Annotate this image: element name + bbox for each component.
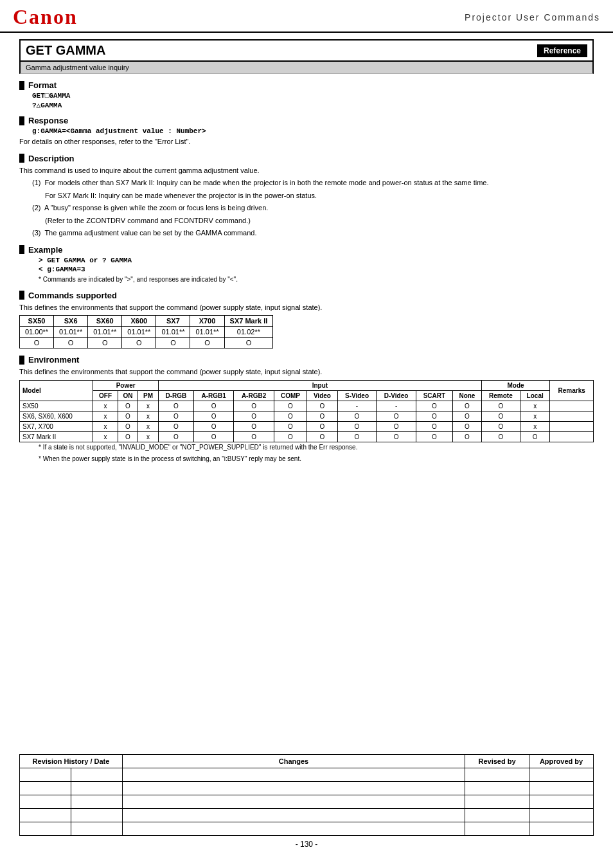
env-input-col: A-RGB2 bbox=[234, 390, 274, 401]
response-heading: Response bbox=[19, 116, 594, 125]
commands-supported-section: Commands supported This defines the envi… bbox=[19, 291, 594, 349]
revision-changes-cell bbox=[123, 782, 465, 795]
env-mode-cell: O bbox=[520, 431, 550, 442]
env-input-cell: O bbox=[307, 401, 338, 411]
desc-item-1: (1) For models other than SX7 Mark II: I… bbox=[32, 177, 594, 188]
env-input-cell: O bbox=[453, 401, 482, 411]
page-header: Canon Projector User Commands bbox=[0, 0, 613, 33]
revision-approved-cell bbox=[529, 795, 594, 809]
env-input-cell: O bbox=[234, 431, 274, 442]
format-heading: Format bbox=[19, 80, 594, 90]
env-power-cell: x bbox=[138, 411, 159, 421]
env-input-cell: O bbox=[337, 431, 377, 442]
env-input-cell: O bbox=[377, 431, 416, 442]
canon-logo: Canon bbox=[13, 5, 78, 29]
title-bar: GET GAMMA Reference bbox=[19, 39, 594, 62]
desc-item-3-text: The gamma adjustment value can be set by… bbox=[44, 229, 256, 237]
cmd-supported: O bbox=[156, 338, 190, 348]
env-input-col: Video bbox=[307, 390, 338, 401]
response-code: g:GAMMA=<Gamma adjustment value : Number… bbox=[32, 127, 594, 135]
env-input-cell: O bbox=[158, 431, 193, 442]
revision-revised-cell bbox=[465, 809, 529, 822]
reference-badge: Reference bbox=[537, 44, 587, 57]
cmd-header: X600 bbox=[122, 316, 156, 327]
example-section: Example > GET GAMMA or ? GAMMA < g:GAMMA… bbox=[19, 245, 594, 284]
env-input-cell: O bbox=[453, 421, 482, 431]
cmd-version: 01.01** bbox=[54, 327, 88, 338]
revision-changes-cell bbox=[123, 768, 465, 782]
env-input-cell: - bbox=[377, 401, 416, 411]
env-input-col: SCART bbox=[416, 390, 452, 401]
cmd-supported: O bbox=[122, 338, 156, 348]
response-section: Response g:GAMMA=<Gamma adjustment value… bbox=[19, 116, 594, 147]
env-power-cell: x bbox=[138, 401, 159, 411]
env-input-cell: O bbox=[453, 431, 482, 442]
cmd-version: 01.01** bbox=[122, 327, 156, 338]
env-power-col: OFF bbox=[93, 390, 118, 401]
env-input-cell: O bbox=[307, 431, 338, 442]
env-input-cell: O bbox=[307, 421, 338, 431]
env-input-cell: - bbox=[337, 401, 377, 411]
env-mode-header: Mode bbox=[481, 380, 549, 390]
env-input-cell: O bbox=[274, 421, 306, 431]
revision-table: Revision History / Date Changes Revised … bbox=[19, 754, 594, 836]
env-input-cell: O bbox=[234, 401, 274, 411]
env-power-col: PM bbox=[138, 390, 159, 401]
env-input-header: Input bbox=[158, 380, 481, 390]
format-section: Format GET□GAMMA ?△GAMMA bbox=[19, 80, 594, 109]
revision-date-cell2 bbox=[71, 795, 123, 809]
desc-item-1-num: (1) bbox=[32, 179, 40, 186]
revision-date-cell bbox=[20, 822, 71, 836]
example-cmd: > GET GAMMA or ? GAMMA bbox=[39, 257, 594, 264]
subtitle-bar: Gamma adjustment value inquiry bbox=[19, 62, 594, 74]
cmd-header: SX60 bbox=[88, 316, 122, 327]
env-input-col: D-Video bbox=[377, 390, 416, 401]
revision-date-cell bbox=[20, 809, 71, 822]
env-input-cell: O bbox=[193, 401, 233, 411]
env-input-cell: O bbox=[416, 411, 452, 421]
env-mode-cell: x bbox=[520, 421, 550, 431]
env-remarks-cell bbox=[550, 421, 594, 431]
revision-approved-cell bbox=[529, 768, 594, 782]
env-remarks-cell bbox=[550, 431, 594, 442]
env-mode-cell: x bbox=[520, 411, 550, 421]
page-header-title: Projector User Commands bbox=[465, 12, 600, 23]
cmd-version: 01.01** bbox=[88, 327, 122, 338]
env-remarks-header: Remarks bbox=[550, 380, 594, 401]
revision-date-cell bbox=[20, 782, 71, 795]
revision-date-cell2 bbox=[71, 768, 123, 782]
env-input-cell: O bbox=[193, 421, 233, 431]
revision-date-cell bbox=[20, 768, 71, 782]
revision-revised-cell bbox=[465, 822, 529, 836]
env-input-col: COMP bbox=[274, 390, 306, 401]
cmd-supported: O bbox=[54, 338, 88, 348]
commands-supported-table: SX50SX6SX60X600SX7X700SX7 Mark II01.00**… bbox=[19, 315, 273, 348]
desc-item-2-sub: (Refer to the ZCONTDRV command and FCONT… bbox=[45, 215, 594, 226]
revision-approved-cell bbox=[529, 822, 594, 836]
cmd-header: SX50 bbox=[20, 316, 54, 327]
env-input-cell: O bbox=[234, 411, 274, 421]
desc-item-2-text: A "busy" response is given while the zoo… bbox=[44, 204, 268, 212]
cmd-header: SX7 bbox=[156, 316, 190, 327]
revision-col4: Approved by bbox=[529, 755, 594, 768]
cmd-supported: O bbox=[190, 338, 224, 348]
revision-date-cell2 bbox=[71, 809, 123, 822]
env-input-cell: O bbox=[158, 401, 193, 411]
env-note-2: * When the power supply state is in the … bbox=[39, 454, 594, 464]
cmd-version: 01.02** bbox=[224, 327, 273, 338]
env-power-cell: O bbox=[118, 431, 138, 442]
env-input-cell: O bbox=[453, 411, 482, 421]
env-note-1: * If a state is not supported, "INVALID_… bbox=[39, 442, 594, 452]
env-model-cell: SX50 bbox=[20, 401, 93, 411]
footer: Revision History / Date Changes Revised … bbox=[19, 754, 594, 849]
description-section: Description This command is used to inqu… bbox=[19, 154, 594, 239]
env-power-cell: O bbox=[118, 421, 138, 431]
revision-approved-cell bbox=[529, 809, 594, 822]
format-line-1: GET□GAMMA bbox=[32, 92, 594, 100]
env-input-cell: O bbox=[158, 421, 193, 431]
env-mode-cell: x bbox=[520, 401, 550, 411]
env-input-cell: O bbox=[416, 421, 452, 431]
cmd-version: 01.01** bbox=[156, 327, 190, 338]
commands-supported-intro: This defines the environments that suppo… bbox=[19, 302, 594, 313]
revision-revised-cell bbox=[465, 795, 529, 809]
